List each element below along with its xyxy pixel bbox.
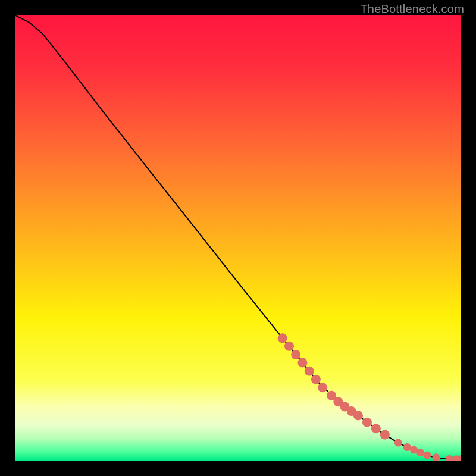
attribution-text: TheBottleneck.com — [360, 2, 464, 16]
heat-gradient-background — [15, 15, 461, 461]
chart-stage: TheBottleneck.com — [0, 0, 476, 476]
plot-area — [15, 15, 461, 461]
